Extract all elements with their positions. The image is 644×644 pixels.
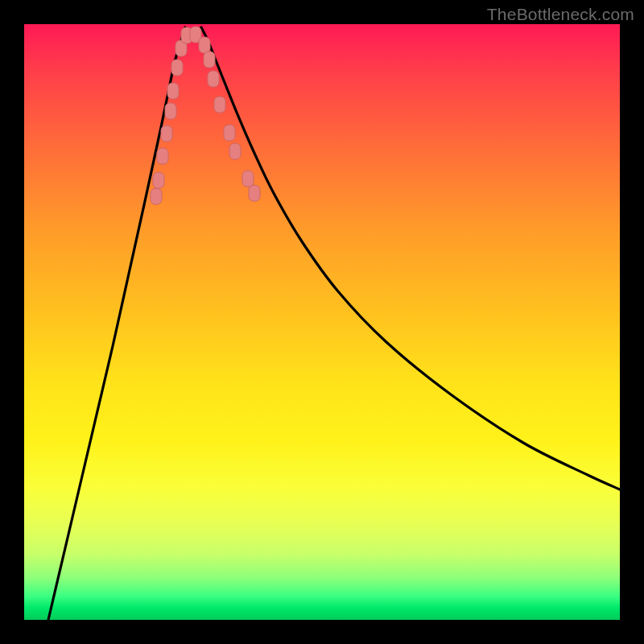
plot-area <box>24 24 620 620</box>
marker-point <box>151 188 162 204</box>
marker-point <box>199 37 210 53</box>
left-branch-curve <box>48 27 185 620</box>
markers-group <box>151 27 260 204</box>
curve-layer <box>24 24 620 620</box>
marker-point <box>153 172 164 188</box>
chart-stage: TheBottleneck.com <box>0 0 644 644</box>
marker-point <box>204 52 215 68</box>
marker-point <box>167 83 179 99</box>
watermark-label: TheBottleneck.com <box>487 5 634 24</box>
marker-point <box>208 71 219 87</box>
marker-point <box>161 126 172 142</box>
marker-point <box>171 60 183 76</box>
marker-point <box>242 171 254 187</box>
right-branch-curve <box>201 27 620 489</box>
marker-point <box>157 148 168 164</box>
marker-point <box>249 185 260 201</box>
marker-point <box>224 125 235 141</box>
marker-point <box>214 97 225 113</box>
marker-point <box>165 103 176 119</box>
marker-point <box>229 143 241 159</box>
